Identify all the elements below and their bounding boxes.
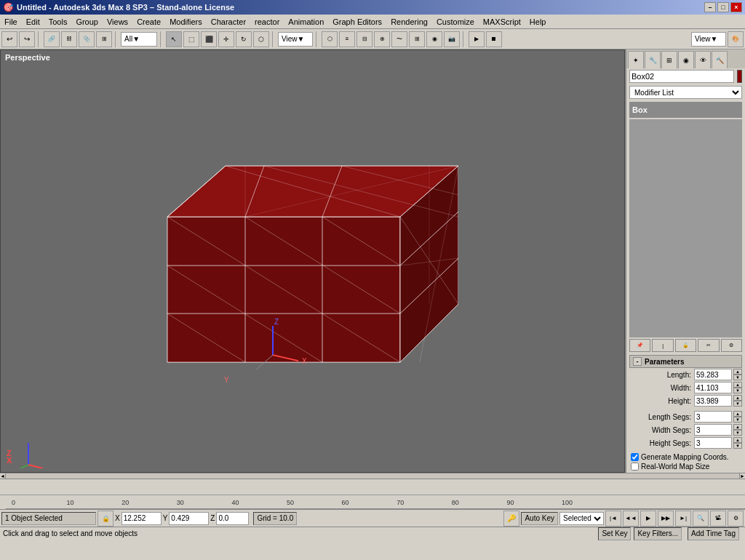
close-button[interactable]: × — [730, 2, 742, 12]
undo-button[interactable]: ↩ — [1, 31, 17, 47]
pin-stack-button[interactable]: 📌 — [629, 339, 650, 352]
toggle-button[interactable]: ⊕ — [374, 31, 390, 47]
menu-item-rendering[interactable]: Rendering — [386, 15, 432, 28]
object-name-input[interactable] — [629, 70, 734, 83]
unlink-button[interactable]: ⛓ — [61, 31, 77, 47]
menu-item-character[interactable]: Character — [207, 15, 250, 28]
minimize-button[interactable]: – — [704, 2, 716, 12]
material-button[interactable]: ◉ — [426, 31, 442, 47]
modifier-stack-item[interactable]: Box — [629, 102, 742, 118]
horizontal-scrollbar[interactable]: ◄ ► — [0, 473, 745, 479]
select-region-button[interactable]: ⬚ — [183, 31, 199, 47]
viewport[interactable]: Perspective — [0, 49, 625, 473]
view-dropdown2[interactable]: View ▼ — [691, 32, 726, 47]
play-button[interactable]: ▶ — [469, 31, 485, 47]
select-link-button[interactable]: 🔗 — [44, 31, 60, 47]
next-key-button[interactable]: ▶▶ — [658, 511, 674, 527]
scale-button[interactable]: ⬡ — [253, 31, 269, 47]
select-object-button[interactable]: ↖ — [166, 31, 182, 47]
lock-button[interactable]: 🔒 — [675, 339, 696, 352]
z-coord-input[interactable] — [216, 512, 249, 525]
tab-hierarchy[interactable]: ⊞ — [661, 51, 677, 68]
menu-item-tools[interactable]: Tools — [44, 15, 72, 28]
menu-item-edit[interactable]: Edit — [22, 15, 44, 28]
prev-frame-button[interactable]: |◄ — [605, 511, 621, 527]
bind-to-space-button[interactable]: 📎 — [79, 31, 95, 47]
menu-item-animation[interactable]: Animation — [284, 15, 328, 28]
x-coord-input[interactable] — [121, 512, 162, 525]
schematic-button[interactable]: ⊞ — [409, 31, 425, 47]
align-button[interactable]: ≡ — [339, 31, 355, 47]
length-segs-down[interactable]: ▼ — [733, 417, 742, 423]
length-input[interactable] — [694, 369, 732, 380]
y-coord-input[interactable] — [169, 512, 209, 525]
menu-item-customize[interactable]: Customize — [432, 15, 479, 28]
height-input[interactable] — [694, 395, 732, 407]
add-time-tag-button[interactable]: Add Time Tag — [688, 527, 739, 540]
redo-button[interactable]: ↪ — [19, 31, 35, 47]
tab-motion[interactable]: ◉ — [678, 51, 694, 68]
height-spin-down[interactable]: ▼ — [733, 401, 742, 407]
length-spin-down[interactable]: ▼ — [733, 375, 742, 380]
tab-modify[interactable]: 🔧 — [645, 51, 661, 68]
menu-item-help[interactable]: Help — [525, 15, 551, 28]
modifier-list-dropdown[interactable]: Modifier List — [629, 86, 742, 99]
width-segs-input[interactable] — [694, 424, 732, 436]
next-frame-button[interactable]: ►| — [675, 511, 691, 527]
params-collapse-button[interactable]: - — [633, 357, 642, 366]
width-segs-up[interactable]: ▲ — [733, 424, 742, 430]
render-button[interactable]: 🎨 — [728, 31, 744, 47]
rotate-button[interactable]: ↻ — [236, 31, 252, 47]
height-spin-up[interactable]: ▲ — [733, 395, 742, 401]
maximize-button[interactable]: □ — [717, 2, 729, 12]
height-segs-up[interactable]: ▲ — [733, 437, 742, 443]
stop-button[interactable]: ⏹ — [486, 31, 502, 47]
tab-create[interactable]: ✦ — [628, 51, 644, 68]
key-icon-button[interactable]: 🔑 — [503, 511, 519, 527]
menu-item-group[interactable]: Group — [71, 15, 103, 28]
length-segs-input[interactable] — [694, 411, 732, 423]
set-key-button[interactable]: Set Key — [598, 527, 631, 540]
menu-item-create[interactable]: Create — [132, 15, 165, 28]
height-segs-input[interactable] — [694, 437, 732, 449]
select-all-button[interactable]: ⊞ — [96, 31, 112, 47]
view-dropdown[interactable]: View ▼ — [278, 32, 313, 47]
object-color-swatch[interactable] — [737, 70, 742, 83]
length-segs-up[interactable]: ▲ — [733, 411, 742, 417]
menu-item-maxscript[interactable]: MAXScript — [479, 15, 525, 28]
menu-item-modifiers[interactable]: Modifiers — [165, 15, 207, 28]
width-spin-down[interactable]: ▼ — [733, 388, 742, 393]
zoom-time-button[interactable]: 🔍 — [693, 511, 709, 527]
height-segs-down[interactable]: ▼ — [733, 443, 742, 449]
render-setup-button[interactable]: 📷 — [444, 31, 460, 47]
delete-mod-button[interactable]: ✂ — [698, 339, 719, 352]
real-world-checkbox[interactable] — [631, 463, 639, 471]
gen-mapping-checkbox[interactable] — [631, 453, 639, 461]
scroll-left-button[interactable]: ◄ — [0, 473, 6, 479]
move-button[interactable]: ✛ — [218, 31, 234, 47]
prev-key-button[interactable]: ◄◄ — [623, 511, 639, 527]
key-filters-button[interactable]: Key Filters... — [634, 527, 682, 540]
select-region2-button[interactable]: ⬛ — [201, 31, 217, 47]
config-button[interactable]: ⚙ — [721, 339, 742, 352]
menu-item-views[interactable]: Views — [103, 15, 132, 28]
lock-selection-button[interactable]: 🔒 — [97, 511, 113, 527]
mirror-button[interactable]: ⬡ — [322, 31, 338, 47]
play-animation-button[interactable]: ▶ — [640, 511, 656, 527]
width-input[interactable] — [694, 382, 732, 393]
tab-display[interactable]: 👁 — [695, 51, 711, 68]
select-filter-dropdown[interactable]: All ▼ — [121, 32, 157, 47]
menu-item-reactor[interactable]: reactor — [250, 15, 284, 28]
length-spin-up[interactable]: ▲ — [733, 369, 742, 375]
tab-utilities[interactable]: 🔨 — [712, 51, 728, 68]
align2-button[interactable]: ⊟ — [356, 31, 372, 47]
render-playback-button[interactable]: 📽 — [710, 511, 726, 527]
menu-item-file[interactable]: File — [0, 15, 22, 28]
selected-dropdown[interactable]: Selected — [559, 512, 604, 525]
width-segs-down[interactable]: ▼ — [733, 430, 742, 436]
curve-editor-button[interactable]: 〜 — [391, 31, 407, 47]
scroll-right-button[interactable]: ► — [739, 473, 745, 479]
menu-item-graph_editors[interactable]: Graph Editors — [328, 15, 386, 28]
width-spin-up[interactable]: ▲ — [733, 382, 742, 388]
viewport-config-button[interactable]: ⚙ — [728, 511, 744, 527]
